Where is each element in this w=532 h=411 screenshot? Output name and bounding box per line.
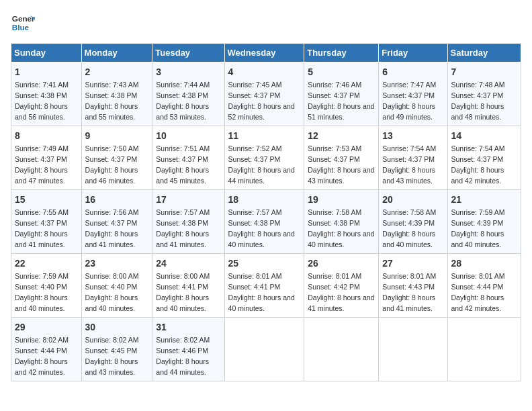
calendar-week-row: 29 Sunrise: 8:02 AM Sunset: 4:44 PM Dayl… [11,318,521,381]
sunset-text: Sunset: 4:41 PM [156,283,208,291]
day-number: 25 [228,257,301,270]
sunset-text: Sunset: 4:37 PM [228,155,281,163]
day-number: 20 [382,193,443,206]
sunset-text: Sunset: 4:40 PM [15,283,67,291]
sunset-text: Sunset: 4:37 PM [308,91,360,99]
calendar-day-cell: 23 Sunrise: 8:00 AM Sunset: 4:40 PM Dayl… [81,254,152,318]
daylight-text: Daylight: 8 hours and 40 minutes. [228,293,295,312]
calendar-day-cell: 29 Sunrise: 8:02 AM Sunset: 4:44 PM Dayl… [11,318,82,381]
day-number: 29 [15,320,78,334]
daylight-text: Daylight: 8 hours and 40 minutes. [451,230,504,248]
day-number: 14 [451,129,517,142]
logo: General Blue [11,11,35,35]
day-number: 30 [85,320,149,334]
day-number: 2 [85,65,149,79]
day-number: 7 [451,65,517,79]
calendar-day-cell: 27 Sunrise: 8:01 AM Sunset: 4:43 PM Dayl… [379,254,447,318]
sunset-text: Sunset: 4:37 PM [308,155,360,163]
sunrise-text: Sunrise: 7:57 AM [156,208,210,216]
sunset-text: Sunset: 4:37 PM [228,91,281,99]
calendar-day-cell: 11 Sunrise: 7:52 AM Sunset: 4:37 PM Dayl… [224,126,304,190]
sunrise-text: Sunrise: 7:58 AM [382,208,436,216]
calendar-day-cell: 30 Sunrise: 8:02 AM Sunset: 4:45 PM Dayl… [81,318,152,381]
sunset-text: Sunset: 4:37 PM [85,219,138,227]
calendar-table: SundayMondayTuesdayWednesdayThursdayFrid… [11,43,521,381]
calendar-day-cell: 16 Sunrise: 7:56 AM Sunset: 4:37 PM Dayl… [81,190,152,254]
sunrise-text: Sunrise: 7:59 AM [15,272,69,280]
calendar-week-row: 22 Sunrise: 7:59 AM Sunset: 4:40 PM Dayl… [11,254,521,318]
sunrise-text: Sunrise: 7:58 AM [308,208,361,216]
svg-text:Blue: Blue [12,23,30,32]
sunrise-text: Sunrise: 7:46 AM [308,81,361,89]
day-number: 9 [85,129,149,142]
calendar-day-cell: 13 Sunrise: 7:54 AM Sunset: 4:37 PM Dayl… [379,126,447,190]
day-number: 11 [228,129,301,142]
sunrise-text: Sunrise: 8:00 AM [156,272,210,280]
day-number: 23 [85,257,149,270]
calendar-day-cell: 31 Sunrise: 8:02 AM Sunset: 4:46 PM Dayl… [152,318,224,381]
daylight-text: Daylight: 8 hours and 56 minutes. [15,102,68,121]
daylight-text: Daylight: 8 hours and 51 minutes. [308,102,374,121]
sunset-text: Sunset: 4:43 PM [382,283,435,291]
sunset-text: Sunset: 4:37 PM [382,155,435,163]
day-number: 26 [308,257,375,270]
day-number: 13 [382,129,443,142]
sunrise-text: Sunrise: 7:45 AM [228,81,282,89]
day-number: 3 [156,65,220,79]
sunrise-text: Sunrise: 7:54 AM [451,144,505,152]
calendar-day-cell [224,318,304,381]
daylight-text: Daylight: 8 hours and 42 minutes. [451,166,504,185]
day-number: 24 [156,257,220,270]
day-of-week-header: Sunday [11,44,82,62]
calendar-day-cell: 24 Sunrise: 8:00 AM Sunset: 4:41 PM Dayl… [152,254,224,318]
sunrise-text: Sunrise: 7:41 AM [15,81,69,89]
sunrise-text: Sunrise: 7:57 AM [228,208,282,216]
daylight-text: Daylight: 8 hours and 43 minutes. [382,166,435,185]
daylight-text: Daylight: 8 hours and 47 minutes. [15,166,68,185]
sunrise-text: Sunrise: 7:54 AM [382,144,436,152]
sunrise-text: Sunrise: 7:56 AM [85,208,139,216]
daylight-text: Daylight: 8 hours and 48 minutes. [451,102,504,121]
sunrise-text: Sunrise: 8:00 AM [85,272,139,280]
day-number: 5 [308,65,375,79]
daylight-text: Daylight: 8 hours and 40 minutes. [308,230,374,248]
day-number: 12 [308,129,375,142]
daylight-text: Daylight: 8 hours and 43 minutes. [85,357,138,376]
daylight-text: Daylight: 8 hours and 40 minutes. [85,293,138,312]
sunset-text: Sunset: 4:45 PM [85,347,138,355]
day-of-week-header: Monday [81,44,152,62]
day-number: 19 [308,193,375,206]
sunrise-text: Sunrise: 7:49 AM [15,144,69,152]
sunset-text: Sunset: 4:38 PM [228,219,281,227]
sunset-text: Sunset: 4:38 PM [85,91,138,99]
calendar-day-cell: 26 Sunrise: 8:01 AM Sunset: 4:42 PM Dayl… [304,254,379,318]
day-number: 10 [156,129,220,142]
calendar-week-row: 8 Sunrise: 7:49 AM Sunset: 4:37 PM Dayli… [11,126,521,190]
sunrise-text: Sunrise: 7:52 AM [228,144,282,152]
sunrise-text: Sunrise: 7:47 AM [382,81,436,89]
daylight-text: Daylight: 8 hours and 46 minutes. [85,166,138,185]
sunrise-text: Sunrise: 8:01 AM [228,272,282,280]
sunset-text: Sunset: 4:46 PM [156,347,208,355]
days-of-week-header: SundayMondayTuesdayWednesdayThursdayFrid… [11,44,521,62]
daylight-text: Daylight: 8 hours and 41 minutes. [156,230,209,248]
sunrise-text: Sunrise: 7:43 AM [85,81,139,89]
daylight-text: Daylight: 8 hours and 55 minutes. [85,102,138,121]
calendar-day-cell: 19 Sunrise: 7:58 AM Sunset: 4:38 PM Dayl… [304,190,379,254]
calendar-day-cell: 9 Sunrise: 7:50 AM Sunset: 4:37 PM Dayli… [81,126,152,190]
sunset-text: Sunset: 4:37 PM [382,91,435,99]
sunset-text: Sunset: 4:41 PM [228,283,281,291]
day-number: 8 [15,129,78,142]
calendar-body: 1 Sunrise: 7:41 AM Sunset: 4:38 PM Dayli… [11,62,521,381]
sunrise-text: Sunrise: 8:01 AM [308,272,361,280]
sunrise-text: Sunrise: 7:53 AM [308,144,361,152]
sunrise-text: Sunrise: 7:44 AM [156,81,210,89]
sunset-text: Sunset: 4:37 PM [156,155,208,163]
calendar-day-cell: 8 Sunrise: 7:49 AM Sunset: 4:37 PM Dayli… [11,126,82,190]
calendar-day-cell: 22 Sunrise: 7:59 AM Sunset: 4:40 PM Dayl… [11,254,82,318]
calendar-day-cell: 10 Sunrise: 7:51 AM Sunset: 4:37 PM Dayl… [152,126,224,190]
sunset-text: Sunset: 4:37 PM [451,155,504,163]
daylight-text: Daylight: 8 hours and 41 minutes. [382,293,435,312]
daylight-text: Daylight: 8 hours and 44 minutes. [228,166,295,185]
sunset-text: Sunset: 4:44 PM [451,283,504,291]
